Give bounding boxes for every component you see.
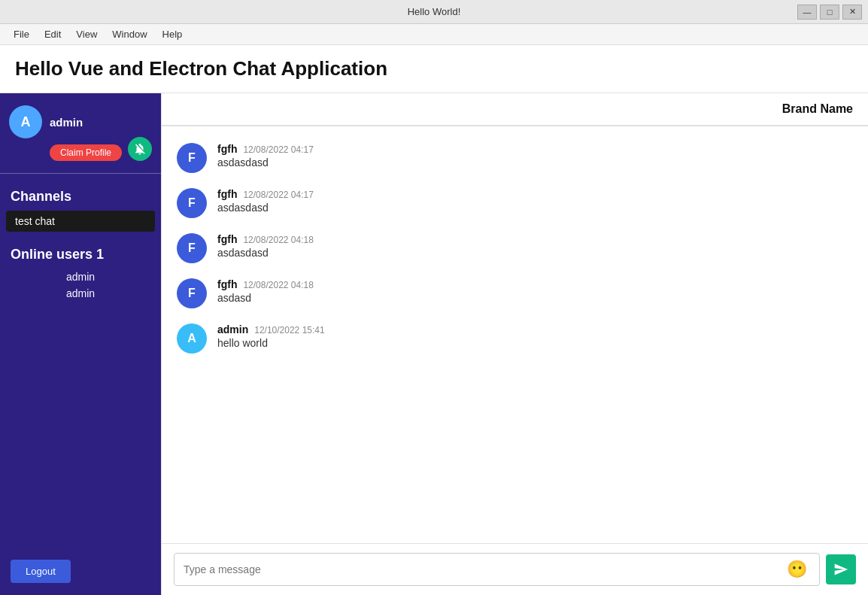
window-controls: — □ ✕: [797, 5, 862, 20]
message-time: 12/10/2022 15:41: [254, 325, 324, 335]
message-content: fgfh 12/08/2022 04:17 asdasdasd: [217, 188, 314, 214]
message-item: F fgfh 12/08/2022 04:18 asdasdasd: [162, 226, 868, 271]
message-avatar: F: [177, 143, 207, 173]
send-icon: [833, 562, 848, 577]
app-header: Hello Vue and Electron Chat Application: [0, 45, 868, 93]
message-meta: fgfh 12/08/2022 04:17: [217, 188, 314, 200]
message-sender: fgfh: [217, 233, 237, 245]
message-text: asdasd: [217, 292, 314, 304]
sidebar-footer: Logout: [0, 548, 161, 595]
claim-profile-button[interactable]: Claim Profile: [50, 144, 122, 161]
profile-name: admin: [50, 116, 83, 129]
chat-area: Brand Name F fgfh 12/08/2022 04:17 asdas…: [161, 93, 868, 595]
sidebar-divider: [0, 173, 161, 174]
message-content: fgfh 12/08/2022 04:18 asdasdasd: [217, 233, 314, 259]
online-users-section: Online users 1 admin admin: [0, 235, 161, 308]
online-users-title: Online users 1: [11, 247, 150, 263]
message-sender: fgfh: [217, 143, 237, 155]
channel-item-test-chat[interactable]: test chat: [6, 211, 155, 232]
bell-mute-icon: [133, 142, 147, 156]
close-button[interactable]: ✕: [842, 5, 862, 20]
sidebar-profile: A admin Claim Profile: [0, 93, 161, 170]
message-item: A admin 12/10/2022 15:41 hello world: [162, 316, 868, 361]
notification-button[interactable]: [128, 137, 152, 161]
message-time: 12/08/2022 04:18: [243, 235, 313, 245]
online-user-1: admin: [11, 269, 150, 285]
message-avatar: F: [177, 233, 207, 263]
profile-row: A admin: [9, 105, 152, 138]
emoji-button[interactable]: 😶: [784, 560, 810, 579]
message-avatar: F: [177, 188, 207, 218]
app-heading: Hello Vue and Electron Chat Application: [15, 57, 853, 80]
message-content: fgfh 12/08/2022 04:17 asdasdasd: [217, 143, 314, 168]
minimize-button[interactable]: —: [797, 5, 817, 20]
chat-header: Brand Name: [162, 93, 868, 126]
message-item: F fgfh 12/08/2022 04:17 asdasdasd: [162, 135, 868, 181]
avatar: A: [9, 105, 42, 138]
message-sender: fgfh: [217, 188, 237, 200]
message-time: 12/08/2022 04:17: [243, 144, 313, 155]
message-meta: admin 12/10/2022 15:41: [217, 323, 325, 335]
message-avatar: A: [177, 323, 207, 354]
menu-bar: File Edit View Window Help: [0, 24, 868, 45]
menu-file[interactable]: File: [6, 26, 37, 43]
message-item: F fgfh 12/08/2022 04:18 asdasd: [162, 271, 868, 316]
message-avatar: F: [177, 278, 207, 308]
message-item: F fgfh 12/08/2022 04:17 asdasdasd: [162, 181, 868, 226]
message-input[interactable]: [184, 563, 784, 575]
message-time: 12/08/2022 04:18: [243, 280, 313, 290]
brand-name: Brand Name: [782, 102, 853, 116]
online-user-2: admin: [11, 285, 150, 302]
message-input-wrapper: 😶: [174, 553, 820, 586]
maximize-button[interactable]: □: [820, 5, 839, 20]
message-text: asdasdasd: [217, 247, 314, 259]
message-meta: fgfh 12/08/2022 04:18: [217, 233, 314, 245]
menu-edit[interactable]: Edit: [37, 26, 68, 43]
message-sender: fgfh: [217, 278, 237, 290]
message-text: asdasdasd: [217, 202, 314, 214]
channels-section-title: Channels: [0, 177, 161, 211]
message-text: hello world: [217, 337, 325, 349]
send-button[interactable]: [826, 554, 856, 584]
menu-window[interactable]: Window: [105, 26, 154, 43]
message-content: fgfh 12/08/2022 04:18 asdasd: [217, 278, 314, 304]
logout-button[interactable]: Logout: [11, 560, 71, 583]
message-input-area: 😶: [162, 543, 868, 595]
main-layout: A admin Claim Profile Channels test chat…: [0, 93, 868, 595]
message-time: 12/08/2022 04:17: [243, 190, 313, 200]
menu-view[interactable]: View: [68, 26, 105, 43]
window-chrome: Hello World! — □ ✕: [0, 0, 868, 24]
message-sender: admin: [217, 323, 248, 335]
message-meta: fgfh 12/08/2022 04:17: [217, 143, 314, 155]
menu-help[interactable]: Help: [155, 26, 190, 43]
window-title: Hello World!: [408, 6, 461, 17]
sidebar: A admin Claim Profile Channels test chat…: [0, 93, 161, 595]
messages-list[interactable]: F fgfh 12/08/2022 04:17 asdasdasd F fgfh…: [162, 126, 868, 543]
message-content: admin 12/10/2022 15:41 hello world: [217, 323, 325, 349]
message-meta: fgfh 12/08/2022 04:18: [217, 278, 314, 290]
message-text: asdasdasd: [217, 156, 314, 168]
